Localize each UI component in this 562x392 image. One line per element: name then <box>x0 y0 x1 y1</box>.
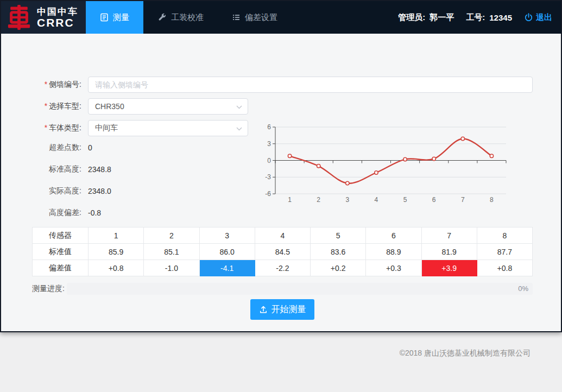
svg-text:5: 5 <box>403 196 407 204</box>
svg-text:3: 3 <box>345 196 349 204</box>
table-row: 标准值85.985.186.084.583.688.981.987.7 <box>33 244 533 260</box>
field-label: *选择车型: <box>32 102 81 111</box>
chevron-down-icon <box>236 127 242 131</box>
svg-text:8: 8 <box>490 196 494 204</box>
stat-actual-height: 实际高度: 2348.0 <box>32 186 111 197</box>
tab-label: 测量 <box>113 12 129 23</box>
table-cell: -1.0 <box>144 260 199 276</box>
navbar: 中国中车 CRRC 测量 工装校准 <box>1 1 561 34</box>
stat-label: 超差点数: <box>32 143 81 153</box>
table-cell: 7 <box>421 227 477 244</box>
selected-value: CHR350 <box>95 102 124 111</box>
tab-label: 偏差设置 <box>245 12 277 23</box>
logo-text: 中国中车 CRRC <box>37 7 78 29</box>
table-cell: 86.0 <box>199 244 255 260</box>
svg-text:6: 6 <box>267 123 271 131</box>
table-cell: +0.3 <box>366 260 421 276</box>
selected-value: 中间车 <box>95 123 118 133</box>
start-measure-button[interactable]: 开始测量 <box>250 299 314 320</box>
content: *侧墙编号: *选择车型: CHR350 *车体类型: 中间车 <box>1 34 561 331</box>
required-marker: * <box>45 102 47 110</box>
stat-standard-height: 标准高度: 2348.8 <box>32 164 111 175</box>
form-row-sidewall: *侧墙编号: <box>32 77 533 93</box>
table-cell: 3 <box>199 227 255 244</box>
table-cell: 8 <box>477 227 532 244</box>
logout-button[interactable]: 退出 <box>524 12 552 23</box>
deviation-chart: 630-3-612345678 <box>262 121 533 206</box>
table-cell: 87.7 <box>477 244 532 260</box>
required-marker: * <box>45 123 47 132</box>
form-row-car-model: *选择车型: CHR350 <box>32 98 248 115</box>
employee-label: 工号: <box>466 12 485 23</box>
body-type-select[interactable]: 中间车 <box>88 120 248 136</box>
table-cell: 84.5 <box>255 244 310 260</box>
table-cell: +0.8 <box>477 260 532 276</box>
admin-name: 郭一平 <box>430 12 454 23</box>
stat-label: 标准高度: <box>32 165 81 174</box>
stat-label: 高度偏差: <box>32 208 81 218</box>
svg-text:1: 1 <box>288 196 292 204</box>
crrc-logo: 中国中车 CRRC <box>1 1 86 34</box>
table-cell: -2.2 <box>255 260 310 276</box>
wrench-icon <box>157 13 167 22</box>
deviation-chart-svg: 630-3-612345678 <box>262 121 533 206</box>
logo-text-zh: 中国中车 <box>37 7 78 17</box>
stat-label: 实际高度: <box>32 186 81 196</box>
field-label: *车体类型: <box>32 123 81 133</box>
copyright-text: ©2018 唐山沃德基业机械制造有限公司 <box>400 349 531 358</box>
measure-progress: 测量进度: 0% <box>32 283 533 295</box>
tab-label: 工装校准 <box>171 12 204 23</box>
field-label: *侧墙编号: <box>32 80 81 90</box>
table-cell: 85.1 <box>144 244 199 260</box>
upload-icon <box>259 305 268 314</box>
stat-value: 2348.0 <box>88 187 111 195</box>
table-cell: 88.9 <box>366 244 421 260</box>
table-cell: 4 <box>255 227 310 244</box>
user-info: 管理员: 郭一平 工号: 12345 退出 <box>398 1 561 34</box>
tab-measure[interactable]: 测量 <box>86 1 143 34</box>
table-row-header: 标准值 <box>33 244 89 260</box>
svg-text:0: 0 <box>267 157 271 165</box>
table-cell: 6 <box>366 227 421 244</box>
svg-text:6: 6 <box>432 196 436 204</box>
svg-text:4: 4 <box>375 196 378 204</box>
measure-form-icon <box>100 13 109 22</box>
table-cell: 2 <box>144 227 199 244</box>
table-row: 传感器12345678 <box>33 227 533 244</box>
svg-text:7: 7 <box>461 196 465 204</box>
crrc-emblem-icon <box>7 5 31 30</box>
table-cell: 81.9 <box>421 244 477 260</box>
table-row: 偏差值+0.8-1.0-4.1-2.2+0.2+0.3+3.9+0.8 <box>33 260 533 276</box>
employee-id: 12345 <box>489 13 512 22</box>
power-icon <box>524 13 533 22</box>
table-cell: -4.1 <box>199 260 255 276</box>
table-cell: 5 <box>311 227 366 244</box>
app-window: 中国中车 CRRC 测量 工装校准 <box>0 0 562 332</box>
stat-value: 0 <box>88 143 92 152</box>
table-row-header: 偏差值 <box>33 260 89 276</box>
tab-tooling-calibration[interactable]: 工装校准 <box>143 1 218 34</box>
sidewall-number-input[interactable] <box>88 77 533 93</box>
required-marker: * <box>45 80 47 88</box>
chevron-down-icon <box>236 105 242 109</box>
tab-deviation-settings[interactable]: 偏差设置 <box>218 1 292 34</box>
svg-text:2: 2 <box>317 196 320 204</box>
svg-text:3: 3 <box>267 140 271 148</box>
table-cell: +0.8 <box>89 260 144 276</box>
car-model-select[interactable]: CHR350 <box>88 98 248 115</box>
start-measure-label: 开始测量 <box>271 304 306 315</box>
logo-text-en: CRRC <box>37 17 78 28</box>
table-cell: 83.6 <box>311 244 366 260</box>
progress-label: 测量进度: <box>32 284 65 294</box>
stat-value: 2348.8 <box>88 165 111 174</box>
table-cell: +3.9 <box>421 260 477 276</box>
form-row-body-type: *车体类型: 中间车 <box>32 120 248 136</box>
table-cell: 1 <box>89 227 144 244</box>
stat-out-of-tolerance: 超差点数: 0 <box>32 142 92 153</box>
stat-value: -0.8 <box>88 208 101 217</box>
table-cell: 85.9 <box>89 244 144 260</box>
admin-label: 管理员: <box>398 12 425 23</box>
logout-label: 退出 <box>536 12 552 23</box>
progress-percent: 0% <box>518 284 528 293</box>
list-settings-icon <box>232 13 241 22</box>
